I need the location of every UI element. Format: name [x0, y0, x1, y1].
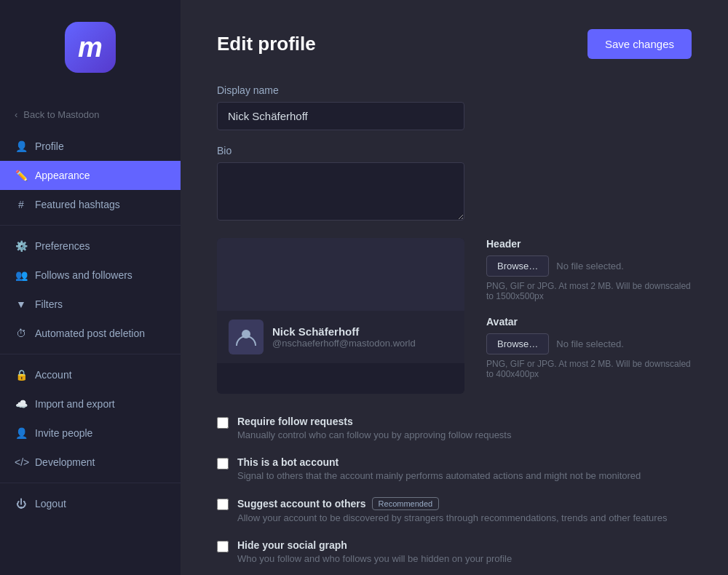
header-upload-label: Header	[486, 238, 692, 250]
sidebar-item-automated-post-deletion[interactable]: ⏱ Automated post deletion	[0, 319, 181, 348]
mastodon-logo: m	[65, 22, 116, 73]
profile-preview: Nick Schäferhoff @nschaeferhoff@mastodon…	[217, 238, 464, 394]
recommended-badge: Recommended	[372, 497, 440, 510]
require-follow-desc: Manually control who can follow you by a…	[237, 429, 511, 440]
deletion-icon: ⏱	[15, 328, 28, 339]
sidebar-item-logout[interactable]: ⏻ Logout	[0, 489, 181, 518]
sidebar-item-label: Profile	[35, 140, 64, 152]
page-title: Edit profile	[217, 33, 316, 55]
hide-social-graph-content: Hide your social graph Who you follow an…	[237, 539, 512, 564]
sidebar-item-label: Preferences	[35, 240, 90, 252]
account-icon: 🔒	[15, 369, 28, 381]
avatar-upload-group: Avatar Browse… No file selected. PNG, GI…	[486, 316, 692, 379]
back-icon: ‹	[15, 109, 17, 120]
sidebar-item-label: Logout	[35, 498, 66, 509]
sidebar-item-label: Filters	[35, 298, 63, 310]
avatar-upload-row: Browse… No file selected.	[486, 333, 692, 354]
logout-icon: ⏻	[15, 498, 28, 509]
sidebar-item-label: Account	[35, 369, 72, 381]
divider-3	[0, 483, 181, 483]
back-to-mastodon[interactable]: ‹ Back to Mastodon	[0, 102, 181, 132]
require-follow-requests-checkbox[interactable]	[217, 417, 229, 429]
profile-section: Nick Schäferhoff @nschaeferhoff@mastodon…	[217, 238, 692, 394]
hide-social-graph-title: Hide your social graph	[237, 539, 512, 551]
bot-account-desc: Signal to others that the account mainly…	[237, 470, 641, 481]
bot-account-title: This is a bot account	[237, 456, 641, 468]
sidebar-item-development[interactable]: </> Development	[0, 448, 181, 477]
sidebar-item-preferences[interactable]: ⚙️ Preferences	[0, 231, 181, 261]
avatar	[229, 320, 264, 354]
bot-account-checkbox[interactable]	[217, 458, 229, 469]
logo: m	[0, 15, 181, 80]
avatar-file-name: No file selected.	[556, 338, 624, 349]
sidebar-item-label: Import and export	[35, 398, 115, 410]
suggest-account-title: Suggest account to others Recommended	[237, 497, 667, 510]
sidebar-item-label: Automated post deletion	[35, 328, 145, 339]
sidebar-item-label: Featured hashtags	[35, 199, 120, 210]
import-export-icon: ☁️	[15, 398, 28, 410]
checkbox-hide-social-graph: Hide your social graph Who you follow an…	[217, 539, 692, 564]
sidebar-nav: 👤 Profile ✏️ Appearance # Featured hasht…	[0, 132, 181, 518]
sidebar-item-import-export[interactable]: ☁️ Import and export	[0, 389, 181, 419]
sidebar-item-featured-hashtags[interactable]: # Featured hashtags	[0, 190, 181, 219]
display-name-input[interactable]	[217, 102, 464, 130]
checkbox-require-follow-requests: Require follow requests Manually control…	[217, 416, 692, 440]
suggest-account-content: Suggest account to others Recommended Al…	[237, 497, 667, 523]
bio-group: Bio	[217, 145, 692, 223]
follows-icon: 👥	[15, 269, 28, 281]
dev-icon: </>	[15, 456, 28, 468]
sidebar-item-label: Invite people	[35, 427, 92, 439]
divider-2	[0, 354, 181, 354]
upload-section: Header Browse… No file selected. PNG, GI…	[486, 238, 692, 394]
sidebar-item-appearance[interactable]: ✏️ Appearance	[0, 161, 181, 190]
bio-label: Bio	[217, 145, 692, 156]
sidebar-item-follows-followers[interactable]: 👥 Follows and followers	[0, 261, 181, 290]
sidebar-item-filters[interactable]: ▼ Filters	[0, 290, 181, 319]
sidebar-item-label: Development	[35, 456, 95, 468]
sidebar-item-label: Appearance	[35, 170, 90, 181]
avatar-upload-label: Avatar	[486, 316, 692, 328]
sidebar-item-invite-people[interactable]: 👤 Invite people	[0, 419, 181, 448]
preferences-icon: ⚙️	[15, 240, 28, 252]
sidebar-item-profile[interactable]: 👤 Profile	[0, 132, 181, 161]
profile-header-bg	[217, 238, 464, 311]
profile-info: Nick Schäferhoff @nschaeferhoff@mastodon…	[217, 311, 464, 363]
header-file-name: No file selected.	[556, 261, 624, 271]
profile-display-name: Nick Schäferhoff	[272, 325, 416, 338]
checkbox-bot-account: This is a bot account Signal to others t…	[217, 456, 692, 481]
main-content: Edit profile Save changes Display name B…	[181, 0, 728, 575]
suggest-account-desc: Allow your account to be discovered by s…	[237, 512, 667, 523]
hashtag-icon: #	[15, 199, 28, 210]
avatar-browse-button[interactable]: Browse…	[486, 333, 549, 354]
suggest-account-checkbox[interactable]	[217, 499, 229, 510]
divider-1	[0, 225, 181, 226]
hide-social-graph-checkbox[interactable]	[217, 541, 229, 552]
page-header: Edit profile Save changes	[217, 29, 692, 59]
back-label: Back to Mastodon	[23, 109, 99, 120]
sidebar-item-label: Follows and followers	[35, 269, 132, 281]
display-name-group: Display name	[217, 84, 692, 130]
appearance-icon: ✏️	[15, 170, 28, 181]
require-follow-title: Require follow requests	[237, 416, 511, 427]
bio-textarea[interactable]	[217, 162, 464, 221]
save-changes-button[interactable]: Save changes	[587, 29, 692, 59]
avatar-upload-hint: PNG, GIF or JPG. At most 2 MB. Will be d…	[486, 359, 692, 379]
sidebar-item-account[interactable]: 🔒 Account	[0, 360, 181, 389]
filters-icon: ▼	[15, 298, 28, 310]
sidebar: m ‹ Back to Mastodon 👤 Profile ✏️ Appear…	[0, 0, 181, 575]
profile-text: Nick Schäferhoff @nschaeferhoff@mastodon…	[272, 325, 416, 349]
header-upload-group: Header Browse… No file selected. PNG, GI…	[486, 238, 692, 301]
invite-icon: 👤	[15, 427, 28, 439]
bot-account-content: This is a bot account Signal to others t…	[237, 456, 641, 481]
header-upload-hint: PNG, GIF or JPG. At most 2 MB. Will be d…	[486, 281, 692, 301]
profile-handle: @nschaeferhoff@mastodon.world	[272, 338, 416, 349]
display-name-label: Display name	[217, 84, 692, 96]
checkbox-suggest-account: Suggest account to others Recommended Al…	[217, 497, 692, 523]
profile-icon: 👤	[15, 140, 28, 152]
header-upload-row: Browse… No file selected.	[486, 255, 692, 277]
hide-social-graph-desc: Who you follow and who follows you will …	[237, 553, 512, 564]
checkbox-section: Require follow requests Manually control…	[217, 416, 692, 564]
header-browse-button[interactable]: Browse…	[486, 255, 549, 277]
require-follow-content: Require follow requests Manually control…	[237, 416, 511, 440]
